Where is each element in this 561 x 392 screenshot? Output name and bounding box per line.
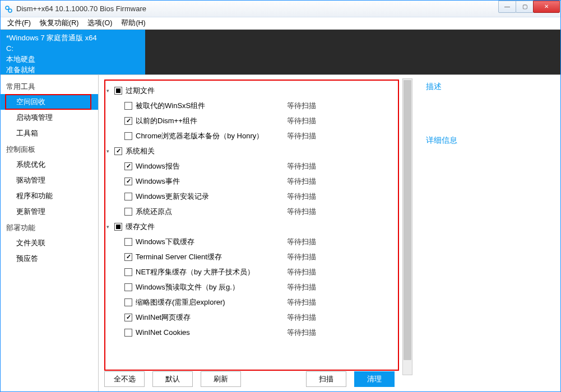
item-status: 等待扫描 (287, 312, 343, 323)
refresh-button[interactable]: 刷新 (201, 371, 241, 387)
item-checkbox[interactable] (124, 283, 132, 291)
app-icon (4, 4, 13, 13)
status-text: 准备就绪 (6, 65, 140, 76)
item-checkbox[interactable] (124, 268, 132, 276)
item-row-1-0[interactable]: Windows报告等待扫描 (105, 158, 395, 174)
menu-item-2[interactable]: 选项(O) (83, 17, 117, 29)
close-button[interactable]: ✕ (533, 1, 560, 13)
item-label: Chrome浏览器老版本备份（by Honry） (136, 131, 287, 141)
details-heading: 详细信息 (426, 136, 560, 146)
svg-point-1 (8, 9, 12, 12)
item-row-2-4[interactable]: 缩略图缓存(需重启explorer)等待扫描 (105, 295, 395, 310)
select-none-button[interactable]: 全不选 (104, 371, 145, 387)
category-label: 过期文件 (126, 86, 277, 96)
item-checkbox[interactable] (124, 253, 132, 261)
item-checkbox[interactable] (124, 314, 132, 321)
item-row-2-5[interactable]: WinINet网页缓存等待扫描 (105, 310, 395, 325)
drive-letter: C: (6, 44, 140, 54)
item-row-2-2[interactable]: NET程序集缓存（by 大胖子技术员）等待扫描 (105, 264, 395, 279)
sidebar-item-1-1[interactable]: 驱动管理 (1, 172, 98, 188)
category-checkbox[interactable] (114, 147, 122, 155)
item-label: WinINet Cookies (136, 328, 287, 337)
expand-icon[interactable]: ▾ (104, 148, 111, 154)
item-label: 被取代的WinSxS组件 (136, 101, 287, 111)
minimize-button[interactable]: — (498, 1, 516, 13)
sidebar-item-0-1[interactable]: 启动项管理 (1, 110, 98, 125)
item-checkbox[interactable] (124, 238, 132, 246)
cleanup-item-groups: ▾过期文件被取代的WinSxS组件等待扫描以前的Dism++组件等待扫描Chro… (104, 80, 399, 371)
scrollbar-thumb[interactable] (404, 80, 411, 360)
sidebar-item-1-2[interactable]: 程序和功能 (1, 188, 98, 204)
category-row-2[interactable]: ▾缓存文件 (105, 219, 395, 234)
item-row-0-2[interactable]: Chrome浏览器老版本备份（by Honry）等待扫描 (105, 128, 395, 143)
item-checkbox[interactable] (124, 102, 132, 110)
item-label: Terminal Server Client缓存 (136, 252, 287, 262)
scrollbar[interactable] (402, 78, 412, 375)
sidebar-group-2: 部署功能 (1, 220, 98, 235)
item-label: WinINet网页缓存 (136, 312, 287, 323)
clean-button[interactable]: 清理 (354, 371, 395, 387)
item-checkbox[interactable] (124, 208, 132, 216)
item-row-0-0[interactable]: 被取代的WinSxS组件等待扫描 (105, 98, 395, 113)
titlebar: Dism++x64 10.1.1000.70 Bios Firmware — ▢… (1, 1, 560, 17)
right-info-panel: 描述 详细信息 (401, 75, 560, 391)
content-area: ▾过期文件被取代的WinSxS组件等待扫描以前的Dism++组件等待扫描Chro… (99, 75, 560, 391)
item-row-2-0[interactable]: Windows下载缓存等待扫描 (105, 234, 395, 249)
item-status: 等待扫描 (287, 282, 343, 292)
menu-item-1[interactable]: 恢复功能(R) (35, 17, 83, 29)
category-row-0[interactable]: ▾过期文件 (105, 83, 395, 98)
window-title: Dism++x64 10.1.1000.70 Bios Firmware (16, 4, 146, 13)
sidebar-item-0-2[interactable]: 工具箱 (1, 125, 98, 141)
item-label: 缩略图缓存(需重启explorer) (136, 297, 287, 307)
item-row-1-1[interactable]: Windows事件等待扫描 (105, 174, 395, 189)
expand-icon[interactable]: ▾ (104, 224, 111, 230)
item-row-0-1[interactable]: 以前的Dism++组件等待扫描 (105, 113, 395, 128)
item-checkbox[interactable] (124, 329, 132, 337)
item-label: NET程序集缓存（by 大胖子技术员） (136, 267, 287, 277)
info-band-dark (145, 30, 560, 74)
item-row-2-3[interactable]: Windows预读取文件（by 辰g.）等待扫描 (105, 279, 395, 295)
item-status: 等待扫描 (287, 101, 343, 111)
svg-point-0 (6, 6, 9, 10)
item-row-1-2[interactable]: Windows更新安装记录等待扫描 (105, 189, 395, 204)
item-checkbox[interactable] (124, 193, 132, 200)
item-label: Windows更新安装记录 (136, 192, 287, 202)
window-controls: — ▢ ✕ (499, 1, 560, 13)
item-status: 等待扫描 (287, 192, 343, 202)
sidebar-item-1-0[interactable]: 系统优化 (1, 157, 98, 172)
scan-button[interactable]: 扫描 (306, 371, 346, 387)
item-status: 等待扫描 (287, 207, 343, 217)
sidebar-item-2-1[interactable]: 预应答 (1, 251, 98, 267)
main-area: 常用工具空间回收启动项管理工具箱控制面板系统优化驱动管理程序和功能更新管理部署功… (1, 74, 560, 391)
item-checkbox[interactable] (124, 117, 132, 125)
item-row-1-3[interactable]: 系统还原点等待扫描 (105, 204, 395, 219)
item-label: 以前的Dism++组件 (136, 116, 287, 126)
item-status: 等待扫描 (287, 176, 343, 186)
item-checkbox[interactable] (124, 132, 132, 140)
item-checkbox[interactable] (124, 298, 132, 306)
item-checkbox[interactable] (124, 162, 132, 170)
category-checkbox[interactable] (114, 87, 122, 95)
menu-item-0[interactable]: 文件(F) (3, 17, 35, 29)
item-label: 系统还原点 (136, 207, 287, 217)
cleanup-list-area: ▾过期文件被取代的WinSxS组件等待扫描以前的Dism++组件等待扫描Chro… (99, 75, 401, 391)
item-label: Windows下载缓存 (136, 237, 287, 247)
item-checkbox[interactable] (124, 178, 132, 185)
item-row-2-1[interactable]: Terminal Server Client缓存等待扫描 (105, 249, 395, 264)
sidebar-item-1-3[interactable]: 更新管理 (1, 204, 98, 220)
category-row-1[interactable]: ▾系统相关 (105, 143, 395, 158)
expand-icon[interactable]: ▾ (104, 88, 111, 94)
default-button[interactable]: 默认 (152, 371, 193, 387)
maximize-button[interactable]: ▢ (516, 1, 534, 13)
item-status: 等待扫描 (287, 161, 343, 171)
item-row-2-6[interactable]: WinINet Cookies等待扫描 (105, 325, 395, 340)
sidebar-item-2-0[interactable]: 文件关联 (1, 235, 98, 251)
item-status: 等待扫描 (287, 116, 343, 126)
sidebar-item-0-0[interactable]: 空间回收 (1, 94, 98, 110)
drive-type: 本地硬盘 (6, 54, 140, 65)
menu-item-3[interactable]: 帮助(H) (117, 17, 150, 29)
category-label: 系统相关 (126, 146, 277, 156)
sidebar-group-1: 控制面板 (1, 141, 98, 157)
item-status: 等待扫描 (287, 267, 343, 277)
category-checkbox[interactable] (114, 223, 122, 231)
